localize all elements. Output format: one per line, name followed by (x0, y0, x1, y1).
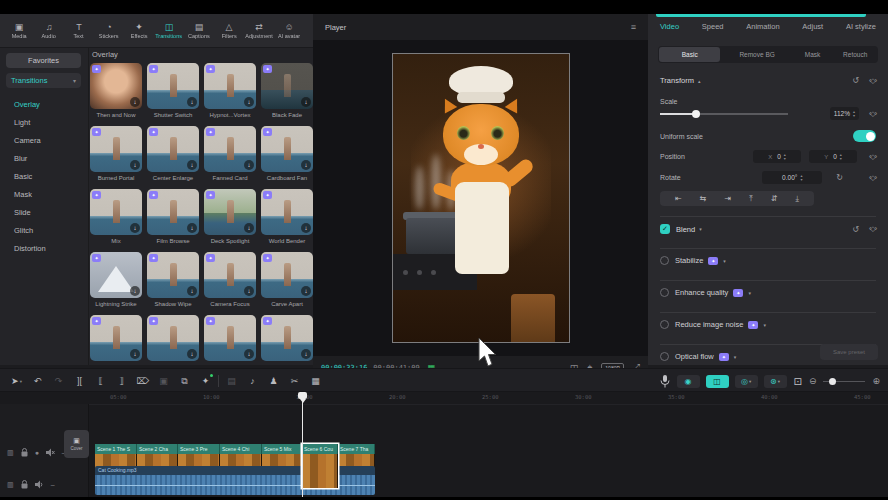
cover-button[interactable]: ▣ Cover (64, 430, 89, 458)
screen[interactable]: ▦ ▾ (307, 372, 324, 390)
download-icon[interactable]: ↓ (301, 160, 311, 170)
transition-card[interactable]: ✦ ↓ (90, 315, 142, 364)
download-icon[interactable]: ↓ (130, 160, 140, 170)
blend-checkbox[interactable]: ✓ (660, 224, 670, 234)
download-icon[interactable]: ↓ (301, 223, 311, 233)
download-icon[interactable]: ↓ (187, 97, 197, 107)
flip-horizontal-icon[interactable]: ⇆ (700, 194, 707, 203)
transition-card-black-fade[interactable]: ✦ ↓ Black Fade (261, 63, 313, 118)
transition-card-shadow-wipe[interactable]: ✦ ↓ Shadow Wipe (147, 252, 199, 307)
stepper[interactable]: ▴ ▾ (840, 153, 842, 160)
sidebar-item-basic[interactable]: Basic (0, 168, 88, 186)
keyframe-icon[interactable]: ‹◇› (869, 110, 876, 118)
trim-left[interactable]: ⟦ ▾ (92, 372, 109, 390)
position-x-field[interactable]: X 0 ▴ ▾ (753, 150, 801, 163)
checkbox[interactable] (660, 320, 669, 329)
inspector-subtab-basic[interactable]: Basic (659, 47, 720, 62)
keyframe-icon[interactable]: ‹◇› (869, 225, 876, 233)
download-icon[interactable]: ↓ (130, 349, 140, 359)
download-icon[interactable]: ↓ (187, 286, 197, 296)
favorites-button[interactable]: Favorites (6, 53, 81, 68)
redo[interactable]: ↷ ▾ (50, 372, 67, 390)
checkbox[interactable] (660, 288, 669, 297)
sidebar-item-light[interactable]: Light (0, 114, 88, 132)
rotate-value-field[interactable]: 0.00° ▴ ▾ (762, 171, 822, 184)
save-preset-button[interactable]: Save preset (820, 344, 878, 360)
zoom-in-icon[interactable]: ⊕ (872, 376, 880, 386)
chevron-down-icon[interactable]: ▾ (699, 226, 702, 232)
track-options[interactable]: ▤ ▾ (223, 372, 240, 390)
transition-card[interactable]: ✦ ↓ (147, 315, 199, 364)
download-icon[interactable]: ↓ (244, 223, 254, 233)
speaker-detach[interactable]: ♟ ▾ (265, 372, 282, 390)
timeline[interactable]: 05:0010:0015:0020:0025:0030:0035:0040:00… (0, 392, 888, 497)
sidebar-item-blur[interactable]: Blur (0, 150, 88, 168)
inspector-subtab-mask[interactable]: Mask (794, 47, 832, 62)
select-tool[interactable]: ➤ ▾ (8, 372, 25, 390)
transition-card-cardboard-fan[interactable]: ✦ ↓ Cardboard Fan (261, 126, 313, 181)
align-left-icon[interactable]: ⇤ (675, 194, 682, 203)
video-frame[interactable] (393, 54, 569, 342)
stepper-down-icon[interactable]: ▾ (784, 157, 786, 160)
undo[interactable]: ↶ ▾ (29, 372, 46, 390)
chevron-down-icon[interactable]: ▾ (748, 290, 751, 296)
download-icon[interactable]: ↓ (244, 349, 254, 359)
stepper-down-icon[interactable]: ▾ (853, 114, 855, 117)
collapse-icon[interactable]: ▴ (698, 78, 701, 84)
checkbox[interactable] (660, 352, 669, 361)
transition-card-carve-apart[interactable]: ✦ ↓ Carve Apart (261, 252, 313, 307)
stepper[interactable]: ▴ ▾ (784, 153, 786, 160)
split[interactable]: ][ ▾ (71, 372, 88, 390)
transition-card-burned-portal[interactable]: ✦ ↓ Burned Portal (90, 126, 142, 181)
playhead-handle[interactable] (298, 392, 307, 399)
uniform-scale-toggle[interactable] (853, 130, 876, 142)
transition-card-camera-focus[interactable]: ✦ ↓ Camera Focus (204, 252, 256, 307)
inspector-tab-speed[interactable]: Speed (702, 22, 724, 31)
sidebar-item-overlay[interactable]: Overlay (0, 96, 88, 114)
inspector-tab-video[interactable]: Video (660, 22, 679, 31)
stepper[interactable]: ▴ ▾ (853, 110, 855, 117)
media-tab-media[interactable]: ▣ Media (4, 22, 34, 40)
download-icon[interactable]: ↓ (187, 160, 197, 170)
mirror[interactable]: ⧉ ▾ (176, 372, 193, 390)
inspector-subtab-remove-bg[interactable]: Remove BG (722, 47, 791, 62)
display-icon[interactable]: ⊡ (794, 376, 802, 387)
transition-card-then-and-now[interactable]: ✦ ↓ Then and Now (90, 63, 142, 118)
preview-axis[interactable]: ◉ ▾ (677, 375, 700, 388)
inspector-tab-ai-stylize[interactable]: AI stylize (846, 22, 876, 31)
transition-card-center-enlarge[interactable]: ✦ ↓ Center Enlarge (147, 126, 199, 181)
download-icon[interactable]: ↓ (301, 349, 311, 359)
keyframe-icon[interactable]: ‹◇› (869, 77, 876, 85)
download-icon[interactable]: ↓ (244, 160, 254, 170)
download-icon[interactable]: ↓ (244, 97, 254, 107)
auto-ripple[interactable]: ⊛ ▾ (764, 375, 787, 388)
transition-card-shutter-switch[interactable]: ✦ ↓ Shutter Switch (147, 63, 199, 118)
slider-knob[interactable] (692, 110, 700, 118)
download-icon[interactable]: ↓ (130, 286, 140, 296)
download-icon[interactable]: ↓ (130, 97, 140, 107)
sidebar-item-camera[interactable]: Camera (0, 132, 88, 150)
timeline-clip-scene-6-cou[interactable]: Scene 6 Cou (302, 444, 338, 488)
player-menu-icon[interactable]: ≡ (631, 22, 636, 32)
download-icon[interactable]: ↓ (301, 97, 311, 107)
download-icon[interactable]: ↓ (244, 286, 254, 296)
media-tab-audio[interactable]: ♫ Audio (34, 22, 64, 40)
flip-vertical-icon[interactable]: ⇵ (771, 194, 778, 203)
stepper-down-icon[interactable]: ▾ (840, 157, 842, 160)
zoom-out-icon[interactable]: ⊖ (809, 376, 817, 386)
slider-knob[interactable] (829, 378, 836, 385)
microphone-icon[interactable] (660, 375, 670, 388)
keyframe-icon[interactable]: ‹◇› (869, 153, 876, 161)
download-icon[interactable]: ↓ (187, 223, 197, 233)
sidebar-item-mask[interactable]: Mask (0, 186, 88, 204)
audio-edit[interactable]: ♪ ▾ (244, 372, 261, 390)
transition-card-world-bender[interactable]: ✦ ↓ World Bender (261, 189, 313, 244)
chevron-down-icon[interactable]: ▾ (723, 258, 726, 264)
reset-icon[interactable]: ↺ (852, 225, 859, 234)
category-dropdown[interactable]: Transitions ▾ (6, 73, 81, 88)
transition-card-mix[interactable]: ✦ ↓ Mix (90, 189, 142, 244)
chevron-down-icon[interactable]: ▾ (763, 322, 766, 328)
smart-edit[interactable]: ✦ ▾ (197, 372, 214, 390)
timeline-zoom-slider[interactable] (823, 376, 865, 386)
delete[interactable]: ⌦ ▾ (134, 372, 151, 390)
